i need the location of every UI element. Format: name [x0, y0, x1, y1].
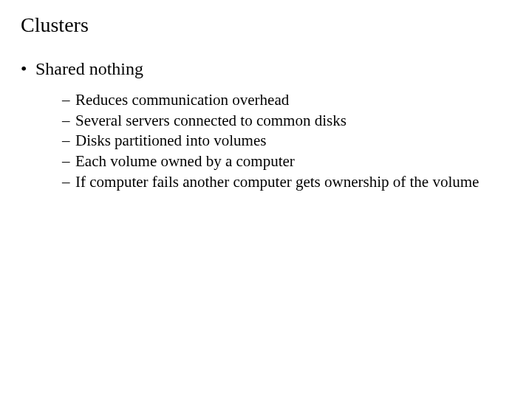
dash-marker: – [62, 131, 70, 151]
sub-item: – Each volume owned by a computer [62, 151, 532, 172]
sub-text: If computer fails another computer gets … [75, 173, 479, 191]
sub-text: Each volume owned by a computer [75, 152, 295, 170]
dash-marker: – [62, 111, 70, 132]
slide: Clusters • Shared nothing – Reduces comm… [0, 0, 532, 399]
sub-text: Several servers connected to common disk… [75, 112, 347, 129]
bullet-marker: • [21, 58, 27, 80]
bullet-text: Shared nothing [35, 59, 143, 78]
sub-item: – If computer fails another computer get… [62, 172, 532, 193]
sub-text: Reduces communication overhead [75, 91, 289, 109]
sub-text: Disks partitioned into volumes [75, 132, 266, 149]
dash-marker: – [62, 151, 70, 172]
dash-marker: – [62, 172, 70, 193]
sub-item: – Disks partitioned into volumes [62, 131, 532, 151]
slide-title: Clusters [21, 13, 532, 37]
dash-marker: – [62, 90, 70, 111]
sub-item: – Reduces communication overhead [62, 90, 532, 111]
sub-item: – Several servers connected to common di… [62, 111, 532, 132]
bullet-item: • Shared nothing [21, 58, 532, 80]
sub-list: – Reduces communication overhead – Sever… [21, 90, 532, 193]
